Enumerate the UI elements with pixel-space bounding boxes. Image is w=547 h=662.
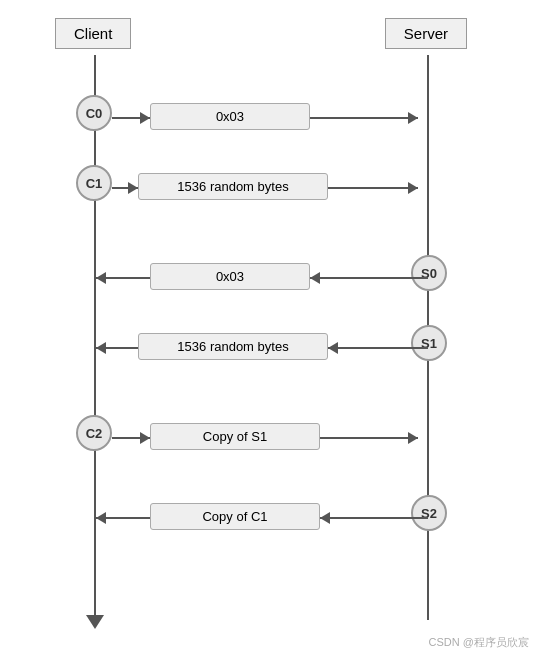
client-arrow-down bbox=[86, 615, 104, 629]
client-label: Client bbox=[74, 25, 112, 42]
diagram-container: Client Server C0 C1 S0 S1 C2 S2 0x03 153… bbox=[0, 0, 547, 662]
arrow-4-left bbox=[96, 347, 138, 349]
msg-box-1: 0x03 bbox=[150, 103, 310, 130]
msg-box-3: 0x03 bbox=[150, 263, 310, 290]
arrow-6-right bbox=[320, 517, 428, 519]
msg-box-5: Copy of S1 bbox=[150, 423, 320, 450]
arrow-5-right bbox=[320, 437, 418, 439]
arrow-2-right bbox=[328, 187, 418, 189]
msg-box-4: 1536 random bytes bbox=[138, 333, 328, 360]
node-C0: C0 bbox=[76, 95, 112, 131]
arrow-1-left bbox=[112, 117, 150, 119]
client-vertical-line bbox=[94, 55, 96, 620]
node-C2: C2 bbox=[76, 415, 112, 451]
node-S0: S0 bbox=[411, 255, 447, 291]
node-S1: S1 bbox=[411, 325, 447, 361]
arrow-2-left bbox=[112, 187, 138, 189]
arrow-3-right bbox=[310, 277, 428, 279]
arrow-5-left bbox=[112, 437, 150, 439]
msg-box-6: Copy of C1 bbox=[150, 503, 320, 530]
node-S2: S2 bbox=[411, 495, 447, 531]
client-header: Client bbox=[55, 18, 131, 49]
arrow-3-left bbox=[96, 277, 150, 279]
arrow-1-right bbox=[310, 117, 418, 119]
arrow-4-right bbox=[328, 347, 428, 349]
watermark: CSDN @程序员欣宸 bbox=[429, 635, 529, 650]
server-header: Server bbox=[385, 18, 467, 49]
msg-box-2: 1536 random bytes bbox=[138, 173, 328, 200]
node-C1: C1 bbox=[76, 165, 112, 201]
server-label: Server bbox=[404, 25, 448, 42]
arrow-6-left bbox=[96, 517, 150, 519]
